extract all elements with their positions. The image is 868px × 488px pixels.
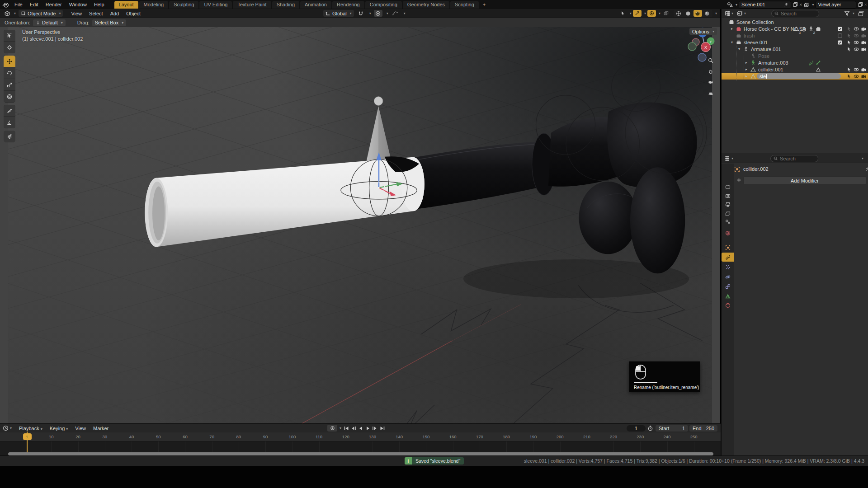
eye-toggle-icon[interactable] bbox=[854, 67, 859, 72]
shading-rendered-button[interactable] bbox=[703, 10, 712, 17]
viewlayer-chevron-icon[interactable]: ▾ bbox=[812, 3, 814, 7]
expand-closed-icon[interactable]: ▸ bbox=[744, 74, 749, 78]
editor-type-icon[interactable] bbox=[2, 10, 13, 17]
zoom-button[interactable] bbox=[706, 56, 715, 65]
outliner-row-scene-collection[interactable]: Scene Collection bbox=[722, 19, 868, 25]
pin-icon[interactable] bbox=[784, 2, 788, 7]
scene-icon[interactable] bbox=[727, 2, 733, 8]
workspace-tab-sculpting[interactable]: Sculpting bbox=[169, 1, 198, 9]
pan-button[interactable] bbox=[706, 67, 715, 75]
properties-tab-material[interactable] bbox=[722, 301, 734, 310]
properties-tab-world[interactable] bbox=[722, 229, 734, 238]
shading-solid-button[interactable] bbox=[684, 10, 693, 17]
camera-toggle-icon[interactable] bbox=[861, 74, 866, 79]
properties-tab-modifiers[interactable] bbox=[722, 253, 734, 262]
autokey-chevron-icon[interactable]: ▾ bbox=[340, 426, 341, 430]
expand-closed-icon[interactable]: ▸ bbox=[730, 27, 734, 31]
cursor-toggle-icon[interactable] bbox=[846, 47, 852, 52]
display-mode-icon[interactable] bbox=[724, 10, 730, 16]
options-button[interactable]: Options ▾ bbox=[689, 28, 717, 35]
axis-minus-y-ball[interactable] bbox=[688, 42, 696, 51]
timeline-track-area[interactable] bbox=[0, 441, 721, 452]
expand-open-icon[interactable]: ▾ bbox=[730, 40, 734, 44]
workspace-tab-texture-paint[interactable]: Texture Paint bbox=[233, 1, 271, 9]
add-modifier-button[interactable]: Add Modifier bbox=[743, 176, 866, 185]
outliner-item-label[interactable]: sleeve.001 bbox=[744, 40, 768, 45]
frame-start-field[interactable]: Start 1 bbox=[656, 425, 688, 432]
properties-tab-view-layer[interactable] bbox=[722, 209, 734, 218]
3d-viewport[interactable]: ▾ Object Mode ▾ ViewSelectAddObject Glob… bbox=[0, 9, 720, 423]
outliner-row-horse-cock-cc-by-nc-sa[interactable]: ▸Horse Cock - CC BY NC SA32 bbox=[722, 25, 868, 32]
frame-end-field[interactable]: End 250 bbox=[689, 425, 717, 432]
overlays-toggle[interactable] bbox=[647, 10, 656, 17]
properties-tab-constraints[interactable] bbox=[722, 282, 734, 291]
current-frame-field[interactable]: 1 bbox=[627, 425, 646, 432]
workspace-tab-shading[interactable]: Shading bbox=[272, 1, 299, 9]
xray-toggle[interactable] bbox=[662, 10, 670, 17]
move-tool[interactable] bbox=[4, 56, 15, 67]
properties-editor-icon[interactable] bbox=[724, 155, 730, 161]
expand-open-icon[interactable]: ▾ bbox=[737, 47, 741, 51]
breadcrumb-object-name[interactable]: collider.002 bbox=[743, 166, 769, 172]
scene-chevron-icon[interactable]: ▾ bbox=[736, 3, 737, 7]
shading-material-button[interactable] bbox=[693, 10, 702, 17]
properties-tab-render[interactable] bbox=[722, 192, 734, 201]
selectability-icon[interactable] bbox=[618, 10, 627, 17]
menu-window[interactable]: Window bbox=[66, 2, 90, 7]
axis-minus-z-ball[interactable] bbox=[698, 53, 706, 61]
camera-toggle-icon[interactable] bbox=[861, 47, 866, 52]
properties-editor-chevron-icon[interactable]: ▾ bbox=[731, 156, 733, 160]
remove-viewlayer-icon[interactable]: × bbox=[864, 2, 867, 7]
outliner-item-label[interactable]: Armature.001 bbox=[751, 47, 781, 52]
cursor-toggle-icon[interactable] bbox=[846, 40, 852, 45]
outliner-row-trash[interactable]: trash bbox=[722, 32, 868, 39]
outliner-item-label[interactable]: trash bbox=[744, 33, 755, 38]
camera-view-button[interactable] bbox=[706, 78, 715, 86]
properties-options-chevron-icon[interactable]: ▾ bbox=[862, 156, 863, 160]
menu-file[interactable]: File bbox=[11, 2, 26, 7]
snap-menu-chevron-icon[interactable]: ▾ bbox=[369, 11, 371, 15]
eye-toggle-icon[interactable] bbox=[854, 40, 859, 45]
filter-funnel-icon[interactable] bbox=[844, 10, 850, 16]
3d-scene-canvas[interactable] bbox=[0, 9, 720, 423]
properties-tab-particles[interactable] bbox=[722, 263, 734, 272]
delete-scene-icon[interactable]: × bbox=[799, 2, 802, 7]
checkbox-checked-icon[interactable] bbox=[837, 40, 843, 45]
cursor-toggle-icon[interactable] bbox=[846, 26, 852, 32]
new-scene-icon[interactable] bbox=[793, 2, 798, 7]
outliner-item-label[interactable]: Pose bbox=[758, 53, 769, 59]
timeline-ruler[interactable]: 1 10203040506070809010011012013014015016… bbox=[0, 432, 721, 441]
workspace-tab-modeling[interactable]: Modeling bbox=[139, 1, 169, 9]
snap-toggle[interactable] bbox=[357, 10, 365, 17]
properties-tab-output[interactable] bbox=[722, 200, 734, 209]
shading-chevron-icon[interactable]: ▾ bbox=[715, 11, 717, 15]
workspace-tab-layout[interactable]: Layout bbox=[114, 1, 138, 9]
rotate-tool[interactable] bbox=[4, 67, 15, 79]
outliner-item-label[interactable]: Armature.003 bbox=[758, 60, 788, 66]
timeline-menu-playback[interactable]: Playback▾ bbox=[15, 426, 46, 431]
menu-render[interactable]: Render bbox=[42, 2, 66, 7]
new-viewlayer-icon[interactable] bbox=[858, 2, 863, 7]
expand-closed-icon[interactable]: ▸ bbox=[744, 61, 749, 65]
orientation-dropdown[interactable]: Global ▾ bbox=[323, 10, 354, 17]
workspace-tab-rendering[interactable]: Rendering bbox=[332, 1, 364, 9]
saved-notification[interactable]: i Saved "sleeve.blend" bbox=[405, 457, 464, 465]
menu-edit[interactable]: Edit bbox=[26, 2, 42, 7]
stopwatch-icon[interactable] bbox=[647, 425, 653, 431]
camera-toggle-icon[interactable] bbox=[861, 33, 866, 38]
checkbox-empty-icon[interactable] bbox=[837, 33, 843, 38]
eye-toggle-icon[interactable] bbox=[854, 26, 859, 32]
timeline-scrollbar[interactable] bbox=[8, 452, 713, 455]
properties-search-input[interactable]: Search bbox=[770, 155, 818, 162]
viewlayer-name-field[interactable]: ViewLayer bbox=[816, 1, 856, 9]
camera-toggle-icon[interactable] bbox=[861, 26, 866, 32]
workspace-tab-uv-editing[interactable]: UV Editing bbox=[199, 1, 232, 9]
play-reverse-button[interactable] bbox=[357, 425, 364, 432]
timeline-menu-keying[interactable]: Keying▾ bbox=[46, 426, 72, 431]
cursor-tool[interactable] bbox=[4, 42, 15, 53]
properties-tab-scene[interactable] bbox=[722, 217, 734, 226]
expand-closed-icon[interactable]: ▸ bbox=[744, 67, 749, 71]
gizmos-chevron-icon[interactable]: ▾ bbox=[644, 11, 646, 15]
proportional-menu-chevron-icon[interactable]: ▾ bbox=[387, 11, 388, 15]
outliner-search-input[interactable]: Search bbox=[771, 10, 819, 17]
